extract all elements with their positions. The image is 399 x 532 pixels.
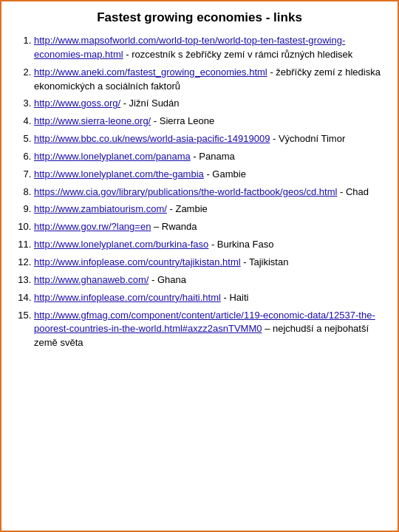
link-item-7[interactable]: http://www.lonelyplanet.com/the-gambia bbox=[34, 168, 204, 180]
page-container: Fastest growing economies - links http:/… bbox=[0, 0, 399, 532]
list-item: http://www.sierra-leone.org/ - Sierra Le… bbox=[34, 115, 386, 129]
list-item: http://www.goss.org/ - Jižní Sudán bbox=[34, 97, 386, 111]
link-description-12: - Tajikistan bbox=[241, 256, 289, 267]
list-item: http://www.zambiatourism.com/ - Zambie bbox=[34, 202, 386, 216]
link-description-10: – Rwanda bbox=[151, 221, 197, 232]
link-description-14: - Haiti bbox=[221, 292, 249, 303]
list-item: http://www.aneki.com/fastest_growing_eco… bbox=[34, 66, 386, 94]
links-list: http://www.mapsofworld.com/world-top-ten… bbox=[13, 34, 386, 350]
link-item-3[interactable]: http://www.goss.org/ bbox=[34, 98, 120, 109]
link-item-11[interactable]: http://www.lonelyplanet.com/burkina-faso bbox=[34, 239, 208, 250]
page-title: Fastest growing economies - links bbox=[13, 10, 386, 25]
list-item: http://www.gfmag.com/component/content/a… bbox=[34, 309, 386, 351]
link-item-8[interactable]: https://www.cia.gov/library/publications… bbox=[34, 186, 337, 197]
list-item: http://www.infoplease.com/country/haiti.… bbox=[34, 291, 386, 305]
link-description-1: - rozcestník s žebříčky zemí v rámci růz… bbox=[123, 49, 353, 60]
list-item: http://www.ghanaweb.com/ - Ghana bbox=[34, 273, 386, 287]
link-description-3: - Jižní Sudán bbox=[120, 98, 180, 109]
link-description-9: - Zambie bbox=[167, 203, 208, 214]
link-description-13: - Ghana bbox=[149, 274, 186, 285]
link-item-13[interactable]: http://www.ghanaweb.com/ bbox=[34, 274, 149, 285]
list-item: http://www.gov.rw/?lang=en – Rwanda bbox=[34, 220, 386, 234]
link-description-11: - Burkina Faso bbox=[208, 239, 273, 250]
link-item-5[interactable]: http://www.bbc.co.uk/news/world-asia-pac… bbox=[34, 133, 270, 144]
link-item-9[interactable]: http://www.zambiatourism.com/ bbox=[34, 203, 167, 214]
link-item-12[interactable]: http://www.infoplease.com/country/tajiki… bbox=[34, 256, 241, 267]
list-item: http://www.infoplease.com/country/tajiki… bbox=[34, 256, 386, 270]
link-item-4[interactable]: http://www.sierra-leone.org/ bbox=[34, 115, 151, 126]
list-item: http://www.bbc.co.uk/news/world-asia-pac… bbox=[34, 132, 386, 146]
list-item: http://www.lonelyplanet.com/panama - Pan… bbox=[34, 150, 386, 164]
list-item: http://www.lonelyplanet.com/the-gambia -… bbox=[34, 168, 386, 182]
link-item-6[interactable]: http://www.lonelyplanet.com/panama bbox=[34, 151, 191, 162]
link-description-7: - Gambie bbox=[204, 168, 246, 180]
link-item-10[interactable]: http://www.gov.rw/?lang=en bbox=[34, 221, 151, 232]
list-item: http://www.lonelyplanet.com/burkina-faso… bbox=[34, 238, 386, 252]
link-description-6: - Panama bbox=[191, 151, 235, 162]
link-description-4: - Sierra Leone bbox=[151, 115, 214, 126]
link-item-2[interactable]: http://www.aneki.com/fastest_growing_eco… bbox=[34, 66, 267, 78]
link-description-8: - Chad bbox=[337, 186, 369, 197]
link-description-5: - Východní Timor bbox=[270, 133, 345, 144]
list-item: https://www.cia.gov/library/publications… bbox=[34, 185, 386, 200]
link-item-14[interactable]: http://www.infoplease.com/country/haiti.… bbox=[34, 292, 221, 303]
list-item: http://www.mapsofworld.com/world-top-ten… bbox=[34, 34, 386, 62]
